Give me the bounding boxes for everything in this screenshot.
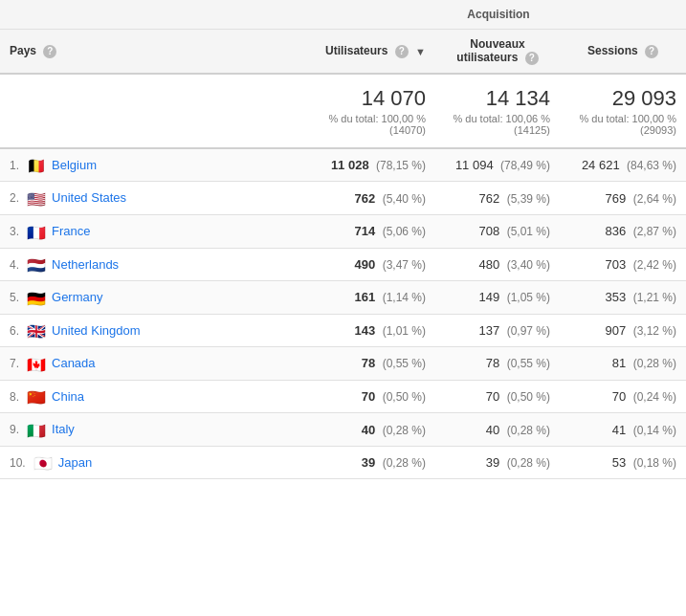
sessions-value: 907 bbox=[606, 323, 627, 338]
utilisateurs-pct: (1,14 %) bbox=[379, 291, 426, 304]
utilisateurs-cell: 714 (5,06 %) bbox=[311, 214, 435, 248]
country-flag: 🇬🇧 bbox=[27, 324, 46, 338]
pays-cell: 2.🇺🇸United States bbox=[0, 182, 311, 215]
nouveaux-column-header[interactable]: Nouveaux utilisateurs ? bbox=[435, 30, 560, 74]
row-rank: 9. bbox=[10, 423, 19, 436]
nouveaux-cell: 149 (1,05 %) bbox=[435, 281, 560, 315]
pays-header-empty bbox=[0, 0, 311, 30]
nouveaux-cell: 39 (0,28 %) bbox=[435, 446, 560, 479]
nouveaux-value: 11 094 bbox=[455, 158, 494, 172]
country-link[interactable]: Canada bbox=[52, 356, 96, 370]
nouveaux-value: 480 bbox=[479, 257, 500, 272]
nouveaux-help-icon[interactable]: ? bbox=[525, 52, 539, 65]
country-link[interactable]: Italy bbox=[52, 422, 75, 436]
country-link[interactable]: United Kingdom bbox=[52, 323, 141, 338]
row-rank: 8. bbox=[10, 390, 19, 404]
sessions-help-icon[interactable]: ? bbox=[645, 45, 658, 58]
row-rank: 4. bbox=[10, 258, 19, 272]
row-rank: 5. bbox=[10, 291, 19, 304]
total-utilisateurs-value: 14 070 bbox=[321, 86, 426, 111]
row-rank: 2. bbox=[10, 191, 19, 205]
sessions-value: 70 bbox=[612, 389, 626, 404]
country-link[interactable]: Japan bbox=[58, 455, 92, 470]
sessions-pct: (2,42 %) bbox=[630, 258, 676, 272]
table-row: 10.🇯🇵Japan39 (0,28 %)39 (0,28 %)53 (0,18… bbox=[0, 446, 686, 479]
sessions-value: 353 bbox=[606, 290, 627, 304]
pays-column-header: Pays ? bbox=[0, 30, 311, 74]
utilisateurs-pct: (0,28 %) bbox=[379, 456, 426, 470]
country-flag: 🇫🇷 bbox=[27, 226, 46, 239]
sessions-cell: 53 (0,18 %) bbox=[560, 446, 686, 479]
nouveaux-pct: (0,50 %) bbox=[503, 390, 550, 404]
sessions-pct: (0,24 %) bbox=[630, 390, 676, 404]
sessions-value: 769 bbox=[606, 191, 627, 206]
nouveaux-value: 149 bbox=[479, 290, 500, 304]
utilisateurs-label: Utilisateurs bbox=[325, 44, 387, 57]
nouveaux-pct: (3,40 %) bbox=[503, 258, 550, 272]
sessions-cell: 353 (1,21 %) bbox=[560, 281, 686, 315]
total-utilisateurs-cell: 14 070 % du total: 100,00 % (14070) bbox=[311, 74, 435, 148]
pays-cell: 8.🇨🇳China bbox=[0, 380, 311, 413]
country-link[interactable]: France bbox=[52, 224, 90, 238]
table-row: 1.🇧🇪Belgium11 028 (78,15 %)11 094 (78,49… bbox=[0, 148, 686, 182]
sort-icon[interactable]: ▼ bbox=[415, 46, 426, 57]
utilisateurs-help-icon[interactable]: ? bbox=[395, 45, 409, 58]
utilisateurs-cell: 11 028 (78,15 %) bbox=[311, 148, 435, 182]
nouveaux-value: 78 bbox=[486, 356, 499, 370]
utilisateurs-value: 39 bbox=[362, 455, 375, 470]
utilisateurs-pct: (0,28 %) bbox=[379, 424, 426, 437]
pays-help-icon[interactable]: ? bbox=[43, 45, 56, 58]
sessions-value: 703 bbox=[606, 257, 627, 272]
nouveaux-cell: 70 (0,50 %) bbox=[435, 380, 560, 413]
nouveaux-value: 708 bbox=[479, 224, 500, 238]
utilisateurs-value: 490 bbox=[355, 257, 376, 272]
table-row: 2.🇺🇸United States762 (5,40 %)762 (5,39 %… bbox=[0, 182, 686, 215]
country-flag: 🇩🇪 bbox=[27, 292, 46, 305]
nouveaux-label: Nouveaux utilisateurs bbox=[456, 37, 524, 64]
analytics-table: Acquisition Pays ? Utilisateurs ? ▼ Nouv… bbox=[0, 0, 686, 479]
table-row: 9.🇮🇹Italy40 (0,28 %)40 (0,28 %)41 (0,14 … bbox=[0, 413, 686, 447]
pays-cell: 4.🇳🇱Netherlands bbox=[0, 248, 311, 281]
utilisateurs-value: 78 bbox=[362, 356, 375, 370]
total-sessions-sub: % du total: 100,00 % (29093) bbox=[569, 113, 676, 136]
acquisition-header: Acquisition bbox=[311, 0, 686, 30]
nouveaux-cell: 480 (3,40 %) bbox=[435, 248, 560, 281]
total-nouveaux-sub: % du total: 100,06 % (14125) bbox=[445, 113, 550, 136]
country-flag: 🇳🇱 bbox=[27, 258, 46, 272]
nouveaux-pct: (1,05 %) bbox=[503, 291, 550, 304]
table-row: 4.🇳🇱Netherlands490 (3,47 %)480 (3,40 %)7… bbox=[0, 248, 686, 281]
nouveaux-value: 70 bbox=[486, 389, 499, 404]
country-link[interactable]: Netherlands bbox=[52, 257, 119, 272]
country-link[interactable]: Germany bbox=[52, 290, 102, 304]
utilisateurs-value: 40 bbox=[362, 423, 375, 437]
utilisateurs-value: 11 028 bbox=[331, 158, 369, 172]
column-headers-row: Pays ? Utilisateurs ? ▼ Nouveaux utilisa… bbox=[0, 30, 686, 74]
row-rank: 10. bbox=[10, 456, 26, 470]
sessions-value: 53 bbox=[612, 455, 626, 470]
utilisateurs-value: 70 bbox=[362, 389, 375, 404]
total-nouveaux-cell: 14 134 % du total: 100,06 % (14125) bbox=[435, 74, 560, 148]
sessions-value: 81 bbox=[612, 356, 626, 370]
country-link[interactable]: United States bbox=[52, 190, 126, 205]
country-link[interactable]: Belgium bbox=[52, 158, 97, 172]
utilisateurs-pct: (3,47 %) bbox=[379, 258, 426, 272]
table-row: 8.🇨🇳China70 (0,50 %)70 (0,50 %)70 (0,24 … bbox=[0, 380, 686, 413]
sessions-cell: 703 (2,42 %) bbox=[560, 248, 686, 281]
acquisition-header-row: Acquisition bbox=[0, 0, 686, 30]
utilisateurs-value: 762 bbox=[355, 191, 376, 206]
nouveaux-cell: 11 094 (78,49 %) bbox=[435, 148, 560, 182]
sessions-column-header[interactable]: Sessions ? bbox=[560, 30, 686, 74]
sessions-pct: (0,28 %) bbox=[630, 357, 676, 370]
nouveaux-pct: (0,55 %) bbox=[503, 357, 550, 370]
table-row: 6.🇬🇧United Kingdom143 (1,01 %)137 (0,97 … bbox=[0, 314, 686, 347]
acquisition-label: Acquisition bbox=[467, 8, 529, 21]
utilisateurs-cell: 490 (3,47 %) bbox=[311, 248, 435, 281]
utilisateurs-cell: 762 (5,40 %) bbox=[311, 182, 435, 215]
utilisateurs-column-header[interactable]: Utilisateurs ? ▼ bbox=[311, 30, 435, 74]
utilisateurs-cell: 39 (0,28 %) bbox=[311, 446, 435, 479]
total-pays-cell bbox=[0, 74, 311, 148]
country-link[interactable]: China bbox=[52, 389, 84, 404]
nouveaux-pct: (5,01 %) bbox=[503, 225, 550, 238]
sessions-pct: (0,18 %) bbox=[630, 456, 676, 470]
utilisateurs-value: 714 bbox=[355, 224, 376, 238]
